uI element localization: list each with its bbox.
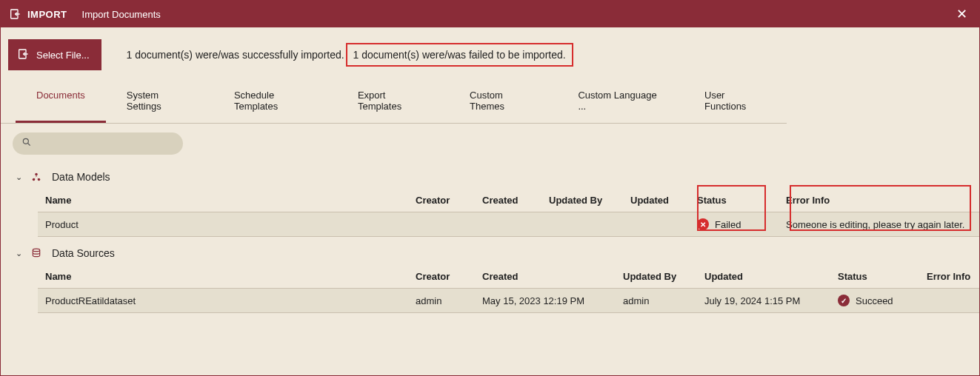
section-header-data-models[interactable]: ⌄ Data Models <box>16 165 979 189</box>
dialog-title: IMPORT <box>27 9 67 20</box>
tab-user-functions[interactable]: User Functions <box>684 82 787 123</box>
status-text: Succeed <box>856 295 893 306</box>
cell-error-info: Someone is editing, please try again lat… <box>779 212 979 237</box>
dialog-subtitle: Import Documents <box>82 9 161 20</box>
select-file-label: Select File... <box>36 50 90 61</box>
col-error-info: Error Info <box>919 265 979 289</box>
import-icon <box>8 7 21 21</box>
models-icon <box>31 172 43 182</box>
table-header-row: Name Creator Created Updated By Updated … <box>38 265 979 289</box>
col-updated-by: Updated By <box>616 265 697 289</box>
col-creator: Creator <box>408 265 475 289</box>
section-title: Data Sources <box>52 247 115 259</box>
col-status: Status <box>690 189 779 212</box>
select-file-button[interactable]: Select File... <box>8 39 101 70</box>
chevron-down-icon: ⌄ <box>16 172 22 182</box>
tab-export-templates[interactable]: Export Templates <box>337 82 449 123</box>
cell-error-info <box>919 289 979 313</box>
cell-updated-by: admin <box>616 289 697 313</box>
status-text: Failed <box>715 219 741 230</box>
status-success-text: 1 document(s) were/was successfully impo… <box>127 49 344 61</box>
col-created: Created <box>475 265 616 289</box>
cell-updated-by <box>541 212 623 237</box>
search-icon <box>21 137 32 150</box>
toolbar: Select File... 1 document(s) were/was su… <box>1 27 979 82</box>
col-created: Created <box>475 189 541 212</box>
cell-creator <box>408 212 475 237</box>
tab-custom-themes[interactable]: Custom Themes <box>449 82 557 123</box>
col-updated-by: Updated By <box>541 189 623 212</box>
col-name: Name <box>38 265 408 289</box>
tabs: Documents System Settings Schedule Templ… <box>1 82 787 124</box>
section-data-models: ⌄ Data Models Name Creator Created Updat… <box>1 161 979 237</box>
cell-name: ProductREatildataset <box>38 289 408 313</box>
col-updated: Updated <box>697 265 830 289</box>
cell-status: ✕ Failed <box>690 212 779 237</box>
search-input[interactable] <box>38 138 174 150</box>
import-status-text: 1 document(s) were/was successfully impo… <box>113 49 573 61</box>
table-row: ProductREatildataset admin May 15, 2023 … <box>38 289 979 313</box>
dialog-header: IMPORT Import Documents ✕ <box>1 1 979 27</box>
cell-creator: admin <box>408 289 475 313</box>
col-name: Name <box>38 189 408 212</box>
chevron-down-icon: ⌄ <box>16 249 22 258</box>
cell-name: Product <box>38 212 408 237</box>
cell-updated: July 19, 2024 1:15 PM <box>697 289 830 313</box>
table-row: Product ✕ Failed Someone is editing, ple… <box>38 212 979 237</box>
import-icon <box>17 48 29 62</box>
search-pill[interactable] <box>13 132 183 155</box>
tab-system-settings[interactable]: System Settings <box>106 82 213 123</box>
col-error-info: Error Info <box>779 189 979 212</box>
data-models-table: Name Creator Created Updated By Updated … <box>38 189 979 237</box>
section-data-sources: ⌄ Data Sources Name Creator Created Upda <box>1 237 979 313</box>
svg-point-2 <box>23 138 28 144</box>
tab-documents[interactable]: Documents <box>16 82 106 123</box>
table-header-row: Name Creator Created Updated By Updated … <box>38 189 979 212</box>
col-status: Status <box>830 265 919 289</box>
section-header-data-sources[interactable]: ⌄ Data Sources <box>16 241 979 265</box>
cell-created <box>475 212 541 237</box>
cell-created: May 15, 2023 12:19 PM <box>475 289 616 313</box>
section-title: Data Models <box>52 171 110 183</box>
close-icon[interactable]: ✕ <box>952 3 972 25</box>
data-sources-table: Name Creator Created Updated By Updated … <box>38 265 979 313</box>
col-updated: Updated <box>623 189 690 212</box>
tab-schedule-templates[interactable]: Schedule Templates <box>213 82 337 123</box>
cell-updated <box>623 212 690 237</box>
status-fail-icon: ✕ <box>697 218 709 230</box>
svg-point-5 <box>35 173 38 176</box>
status-ok-icon: ✓ <box>838 295 850 306</box>
database-icon <box>31 248 43 258</box>
tab-custom-language[interactable]: Custom Language ... <box>557 82 684 123</box>
cell-status: ✓ Succeed <box>830 289 919 313</box>
status-failed-text: 1 document(s) were/was failed to be impo… <box>346 43 573 67</box>
col-creator: Creator <box>408 189 475 212</box>
search-area <box>1 124 979 161</box>
svg-point-6 <box>33 249 39 252</box>
content-area: ⌄ Data Models Name Creator Created Updat… <box>1 161 979 313</box>
